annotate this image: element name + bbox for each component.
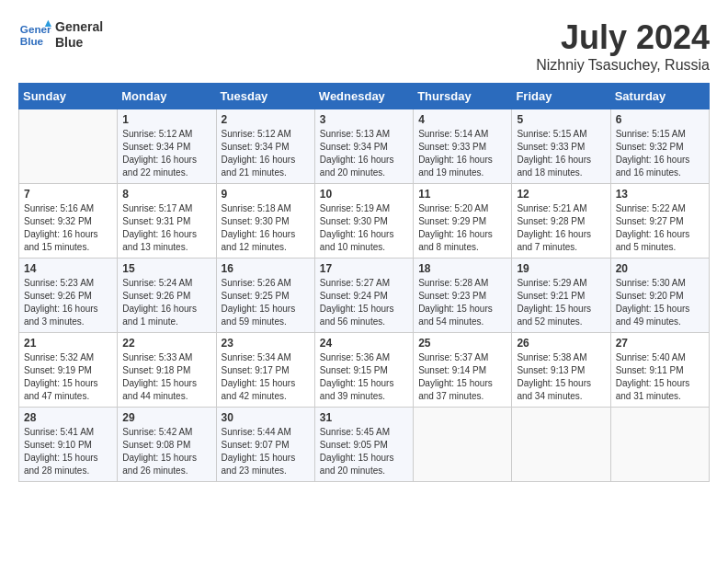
day-cell-w2-d4: 10Sunrise: 5:19 AM Sunset: 9:30 PM Dayli… [314, 184, 413, 259]
day-info: Sunrise: 5:37 AM Sunset: 9:14 PM Dayligh… [418, 351, 506, 403]
day-number: 1 [122, 113, 210, 126]
day-info: Sunrise: 5:19 AM Sunset: 9:30 PM Dayligh… [320, 202, 408, 254]
day-cell-w2-d2: 8Sunrise: 5:17 AM Sunset: 9:31 PM Daylig… [118, 184, 216, 259]
calendar-table: Sunday Monday Tuesday Wednesday Thursday… [18, 83, 710, 482]
week-row-5: 28Sunrise: 5:41 AM Sunset: 9:10 PM Dayli… [19, 408, 710, 482]
day-info: Sunrise: 5:15 AM Sunset: 9:32 PM Dayligh… [616, 128, 704, 179]
day-cell-w1-d3: 2Sunrise: 5:12 AM Sunset: 9:34 PM Daylig… [216, 109, 314, 184]
day-number: 13 [616, 188, 704, 201]
day-number: 8 [122, 188, 210, 201]
day-cell-w2-d7: 13Sunrise: 5:22 AM Sunset: 9:27 PM Dayli… [610, 184, 709, 259]
day-number: 15 [122, 262, 210, 275]
day-cell-w4-d6: 26Sunrise: 5:38 AM Sunset: 9:13 PM Dayli… [512, 333, 610, 408]
day-number: 4 [418, 113, 506, 126]
day-cell-w5-d2: 29Sunrise: 5:42 AM Sunset: 9:08 PM Dayli… [118, 408, 216, 482]
day-cell-w4-d3: 23Sunrise: 5:34 AM Sunset: 9:17 PM Dayli… [216, 333, 314, 408]
day-number: 10 [320, 188, 408, 201]
day-number: 17 [320, 262, 408, 275]
day-number: 23 [222, 337, 310, 350]
week-row-2: 7Sunrise: 5:16 AM Sunset: 9:32 PM Daylig… [19, 184, 710, 259]
header-saturday: Saturday [610, 84, 709, 109]
day-info: Sunrise: 5:41 AM Sunset: 9:10 PM Dayligh… [24, 426, 112, 477]
day-number: 9 [222, 188, 310, 201]
header-thursday: Thursday [414, 84, 512, 109]
logo-line1: General [55, 19, 103, 35]
day-number: 25 [418, 337, 506, 350]
day-info: Sunrise: 5:14 AM Sunset: 9:33 PM Dayligh… [418, 128, 506, 179]
day-info: Sunrise: 5:21 AM Sunset: 9:28 PM Dayligh… [517, 202, 605, 254]
day-info: Sunrise: 5:42 AM Sunset: 9:08 PM Dayligh… [122, 426, 210, 477]
day-cell-w2-d5: 11Sunrise: 5:20 AM Sunset: 9:29 PM Dayli… [414, 184, 512, 259]
logo-text: General Blue [55, 19, 103, 51]
day-number: 28 [24, 411, 112, 424]
day-cell-w5-d4: 31Sunrise: 5:45 AM Sunset: 9:05 PM Dayli… [314, 408, 413, 482]
day-number: 6 [616, 113, 704, 126]
day-info: Sunrise: 5:20 AM Sunset: 9:29 PM Dayligh… [418, 202, 506, 254]
day-cell-w2-d1: 7Sunrise: 5:16 AM Sunset: 9:32 PM Daylig… [19, 184, 118, 259]
day-number: 11 [418, 188, 506, 201]
month-title: July 2024 [536, 18, 710, 57]
day-cell-w5-d3: 30Sunrise: 5:44 AM Sunset: 9:07 PM Dayli… [216, 408, 314, 482]
day-number: 31 [320, 411, 408, 424]
day-cell-w3-d1: 14Sunrise: 5:23 AM Sunset: 9:26 PM Dayli… [19, 259, 118, 333]
day-info: Sunrise: 5:18 AM Sunset: 9:30 PM Dayligh… [222, 202, 310, 254]
header-monday: Monday [118, 84, 216, 109]
day-number: 24 [320, 337, 408, 350]
day-info: Sunrise: 5:33 AM Sunset: 9:18 PM Dayligh… [122, 351, 210, 403]
day-number: 3 [320, 113, 408, 126]
day-number: 19 [517, 262, 605, 275]
day-cell-w3-d7: 20Sunrise: 5:30 AM Sunset: 9:20 PM Dayli… [610, 259, 709, 333]
day-info: Sunrise: 5:12 AM Sunset: 9:34 PM Dayligh… [122, 128, 210, 179]
day-cell-w1-d6: 5Sunrise: 5:15 AM Sunset: 9:33 PM Daylig… [512, 109, 610, 184]
day-cell-w5-d7 [610, 408, 709, 482]
header-wednesday: Wednesday [314, 84, 413, 109]
day-number: 18 [418, 262, 506, 275]
day-number: 22 [122, 337, 210, 350]
day-info: Sunrise: 5:12 AM Sunset: 9:34 PM Dayligh… [222, 128, 310, 179]
day-info: Sunrise: 5:17 AM Sunset: 9:31 PM Dayligh… [122, 202, 210, 254]
week-row-1: 1Sunrise: 5:12 AM Sunset: 9:34 PM Daylig… [19, 109, 710, 184]
day-number: 12 [517, 188, 605, 201]
day-cell-w4-d5: 25Sunrise: 5:37 AM Sunset: 9:14 PM Dayli… [414, 333, 512, 408]
day-info: Sunrise: 5:45 AM Sunset: 9:05 PM Dayligh… [320, 426, 408, 477]
header-friday: Friday [512, 84, 610, 109]
day-cell-w5-d6 [512, 408, 610, 482]
day-cell-w1-d5: 4Sunrise: 5:14 AM Sunset: 9:33 PM Daylig… [414, 109, 512, 184]
day-cell-w5-d5 [414, 408, 512, 482]
day-cell-w1-d1 [19, 109, 118, 184]
logo-line2: Blue [55, 35, 103, 51]
day-cell-w5-d1: 28Sunrise: 5:41 AM Sunset: 9:10 PM Dayli… [19, 408, 118, 482]
day-info: Sunrise: 5:34 AM Sunset: 9:17 PM Dayligh… [222, 351, 310, 403]
day-info: Sunrise: 5:29 AM Sunset: 9:21 PM Dayligh… [517, 277, 605, 328]
day-info: Sunrise: 5:36 AM Sunset: 9:15 PM Dayligh… [320, 351, 408, 403]
day-cell-w1-d2: 1Sunrise: 5:12 AM Sunset: 9:34 PM Daylig… [118, 109, 216, 184]
day-cell-w3-d2: 15Sunrise: 5:24 AM Sunset: 9:26 PM Dayli… [118, 259, 216, 333]
day-info: Sunrise: 5:44 AM Sunset: 9:07 PM Dayligh… [222, 426, 310, 477]
day-number: 20 [616, 262, 704, 275]
day-number: 26 [517, 337, 605, 350]
day-cell-w4-d2: 22Sunrise: 5:33 AM Sunset: 9:18 PM Dayli… [118, 333, 216, 408]
calendar-header-row: Sunday Monday Tuesday Wednesday Thursday… [19, 84, 710, 109]
day-cell-w2-d3: 9Sunrise: 5:18 AM Sunset: 9:30 PM Daylig… [216, 184, 314, 259]
svg-text:Blue: Blue [20, 35, 44, 47]
day-number: 29 [122, 411, 210, 424]
day-info: Sunrise: 5:13 AM Sunset: 9:34 PM Dayligh… [320, 128, 408, 179]
day-cell-w1-d7: 6Sunrise: 5:15 AM Sunset: 9:32 PM Daylig… [610, 109, 709, 184]
day-number: 7 [24, 188, 112, 201]
day-info: Sunrise: 5:30 AM Sunset: 9:20 PM Dayligh… [616, 277, 704, 328]
day-info: Sunrise: 5:24 AM Sunset: 9:26 PM Dayligh… [122, 277, 210, 328]
day-info: Sunrise: 5:22 AM Sunset: 9:27 PM Dayligh… [616, 202, 704, 254]
day-info: Sunrise: 5:28 AM Sunset: 9:23 PM Dayligh… [418, 277, 506, 328]
week-row-4: 21Sunrise: 5:32 AM Sunset: 9:19 PM Dayli… [19, 333, 710, 408]
day-info: Sunrise: 5:38 AM Sunset: 9:13 PM Dayligh… [517, 351, 605, 403]
week-row-3: 14Sunrise: 5:23 AM Sunset: 9:26 PM Dayli… [19, 259, 710, 333]
logo: General Blue General Blue [18, 18, 103, 52]
day-number: 21 [24, 337, 112, 350]
day-cell-w4-d7: 27Sunrise: 5:40 AM Sunset: 9:11 PM Dayli… [610, 333, 709, 408]
day-cell-w3-d4: 17Sunrise: 5:27 AM Sunset: 9:24 PM Dayli… [314, 259, 413, 333]
day-cell-w1-d4: 3Sunrise: 5:13 AM Sunset: 9:34 PM Daylig… [314, 109, 413, 184]
day-info: Sunrise: 5:15 AM Sunset: 9:33 PM Dayligh… [517, 128, 605, 179]
header-sunday: Sunday [19, 84, 118, 109]
day-cell-w2-d6: 12Sunrise: 5:21 AM Sunset: 9:28 PM Dayli… [512, 184, 610, 259]
day-number: 5 [517, 113, 605, 126]
